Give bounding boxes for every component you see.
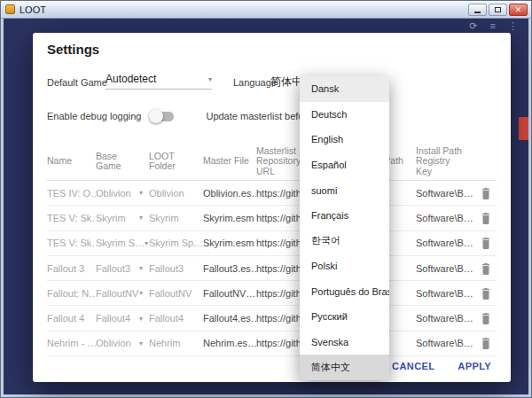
toggle-switch[interactable] [150,112,174,121]
base-game-select[interactable]: Skyrim S… ▾ [96,238,149,248]
language-option-label: Français [311,210,348,221]
chevron-down-icon: ▾ [139,214,144,222]
delete-game-button[interactable] [475,337,497,349]
delete-game-button[interactable] [475,262,497,275]
trash-icon [481,187,491,199]
language-option-label: Português do Brasil [311,286,389,297]
settings-dialog: Settings Default Game Autodetect ▾ Langu… [33,33,511,382]
minimize-button[interactable] [468,4,487,16]
chevron-down-icon: ▾ [139,339,144,347]
game-name-field[interactable]: Nehrim - … [47,338,96,348]
delete-game-button[interactable] [475,287,497,300]
language-option-label: Русский [311,311,348,322]
close-icon: ✕ [515,5,522,14]
loot-folder-field[interactable]: Oblivion [149,188,203,199]
kebab-menu-icon[interactable]: ⋮ [508,21,518,31]
base-game-select[interactable]: Fallout4 ▾ [96,313,149,324]
language-option[interactable]: English [300,127,389,152]
base-game-value: Oblivion [96,188,131,199]
registry-key-field[interactable]: Software\B… [416,263,475,274]
trash-icon [481,262,491,275]
delete-game-button[interactable] [475,187,497,199]
chevron-down-icon: ▾ [139,315,144,323]
master-file-field[interactable]: Skyrim.esm [203,238,256,248]
language-option[interactable]: Deutsch [300,102,389,128]
chevron-down-icon: ▾ [208,75,212,83]
column-header: LOOT Folder [149,152,203,172]
language-option[interactable]: Português do Brasil [300,279,389,305]
master-file-field[interactable]: Oblivion.es… [203,188,256,199]
game-name-field[interactable]: Fallout 4 [47,313,96,324]
cancel-button[interactable]: CANCEL [392,361,434,371]
registry-key-field[interactable]: Software\B… [416,288,475,299]
default-game-value: Autodetect [106,73,156,85]
registry-key-field[interactable]: Software\B… [416,188,475,199]
base-game-select[interactable]: Oblivion ▾ [96,338,149,348]
game-name-field[interactable]: Fallout 3 [47,263,96,274]
language-option[interactable]: Español [300,152,389,178]
loot-folder-field[interactable]: Skyrim [149,213,203,223]
delete-game-button[interactable] [475,212,497,224]
base-game-select[interactable]: Oblivion ▾ [96,188,149,199]
delete-game-button[interactable] [475,312,497,324]
master-file-field[interactable]: Nehrim.es… [203,338,256,348]
base-game-select[interactable]: Fallout3 ▾ [96,263,149,274]
game-row: TES V: Sk… Skyrim S… ▾ Skyrim Sp… Skyrim… [47,231,497,256]
loot-folder-field[interactable]: Fallout4 [149,313,203,324]
list-icon[interactable]: ≡ [490,21,496,31]
refresh-icon[interactable]: ⟳ [469,21,477,31]
game-name-field[interactable]: Fallout: N… [47,288,96,299]
master-file-field[interactable]: Fallout3.es… [203,263,256,274]
registry-key-field[interactable]: Software\B… [416,338,475,348]
language-option[interactable]: Svenska [300,330,389,355]
game-row: Fallout 4 Fallout4 ▾ Fallout4 Fallout4.e… [47,306,497,331]
language-option-label: Polski [311,261,337,271]
table-body: TES IV: O… Oblivion ▾ Oblivion Oblivion.… [47,181,497,356]
language-option[interactable]: Dansk [300,76,389,102]
trash-icon [481,287,491,300]
registry-key-field[interactable]: Software\B… [416,238,475,248]
delete-game-button[interactable] [475,237,497,249]
game-row: Nehrim - … Oblivion ▾ Nehrim Nehrim.es… … [47,332,497,356]
master-file-field[interactable]: Skyrim.esm [203,213,256,223]
window-titlebar[interactable]: LOOT ✕ [1,1,531,19]
game-row: Fallout: N… FalloutNV ▾ FalloutNV Fallou… [47,281,497,306]
language-option[interactable]: Polski [300,254,389,279]
close-button[interactable]: ✕ [509,4,528,16]
loot-folder-field[interactable]: Nehrim [149,338,203,348]
chevron-down-icon: ▾ [139,289,144,297]
language-option[interactable]: Français [300,203,389,229]
base-game-select[interactable]: Skyrim ▾ [96,213,149,223]
trash-icon [481,337,491,349]
default-game-select[interactable]: Autodetect ▾ [106,73,212,90]
dialog-title: Settings [47,42,99,57]
language-option[interactable]: 한국어 [300,228,389,254]
maximize-button[interactable] [489,4,507,16]
language-menu: Dansk Deutsch English Español suomi [300,76,389,380]
loot-folder-field[interactable]: FalloutNV [149,288,203,299]
master-file-field[interactable]: Fallout4.es… [203,313,256,324]
language-option[interactable]: Русский [300,304,389,330]
language-option-label: English [311,134,343,144]
registry-key-field[interactable]: Software\B… [416,313,475,324]
game-row: Fallout 3 Fallout3 ▾ Fallout3 Fallout3.e… [47,256,497,281]
game-name-field[interactable]: TES V: Sk… [47,238,96,248]
loot-folder-field[interactable]: Fallout3 [149,263,203,274]
column-header: Name [47,156,96,167]
game-name-field[interactable]: TES V: Sk… [47,213,96,223]
language-option[interactable]: 简体中文 [300,355,389,380]
base-game-select[interactable]: FalloutNV ▾ [96,288,149,299]
maximize-icon [495,7,501,12]
base-game-value: Skyrim [96,213,126,223]
column-header: Install Path Registry Key [416,146,475,177]
table-header-row: Name Base Game LOOT Folder Master File M… [47,143,497,181]
chevron-down-icon: ▾ [139,189,144,197]
game-name-field[interactable]: TES IV: O… [47,188,96,199]
column-header: Base Game [96,152,149,172]
registry-key-field[interactable]: Software\B… [416,213,475,223]
master-file-field[interactable]: FalloutNV… [203,288,256,299]
default-game-label: Default Game [47,77,107,88]
apply-button[interactable]: APPLY [458,361,491,371]
loot-folder-field[interactable]: Skyrim Sp… [149,238,203,248]
language-option[interactable]: suomi [300,177,389,203]
